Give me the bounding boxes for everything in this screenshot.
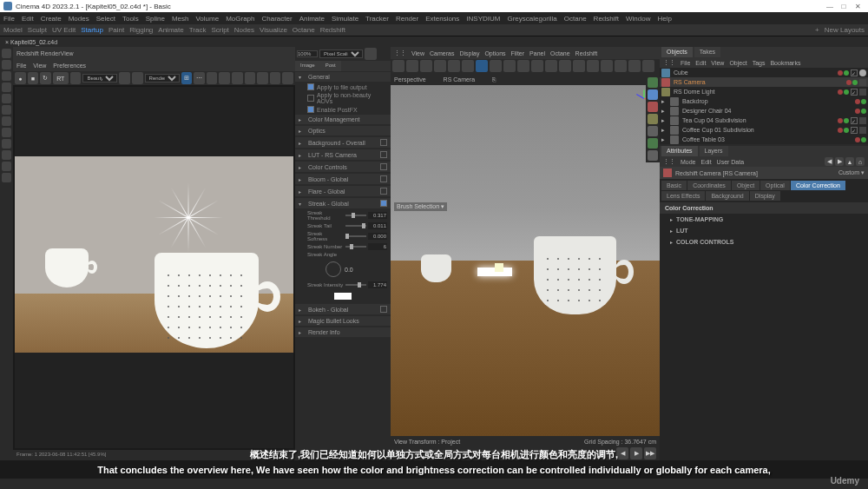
menu-modes[interactable]: Modes <box>69 15 89 23</box>
layout-model[interactable]: Model <box>3 26 23 34</box>
obj-menu-file[interactable]: File <box>681 60 690 66</box>
vp-menu-view[interactable]: View <box>411 50 424 56</box>
vp-menu-redshift[interactable]: Redshift <box>575 50 598 56</box>
layout-visualize[interactable]: Visualize <box>260 26 287 34</box>
streak-color-swatch[interactable] <box>334 293 352 300</box>
attr-tab-lens-effects[interactable]: Lens Effects <box>661 191 705 201</box>
vp-camera-icon[interactable]: ⎘ <box>492 76 496 83</box>
props-section-color-mgmt[interactable]: ▸Color Management <box>295 115 391 124</box>
props-tab-post[interactable]: Post <box>320 61 341 71</box>
vp-tool-11-icon[interactable] <box>531 60 543 72</box>
layout-nodes[interactable]: Nodes <box>234 26 254 34</box>
render-stop-icon[interactable]: ■ <box>28 72 39 84</box>
menu-spline[interactable]: Spline <box>146 15 165 23</box>
render-grid-icon[interactable]: ⊞ <box>181 72 193 84</box>
attr-nav-fwd-icon[interactable]: ▶ <box>835 157 844 166</box>
menu-mograph[interactable]: MoGraph <box>226 15 254 23</box>
obj-row-tea-cup[interactable]: ▸Tea Cup 04 Subdivision <box>660 116 868 125</box>
vp-grip-icon[interactable]: ⋮⋮ <box>394 50 406 56</box>
obj-menu-object[interactable]: Object <box>729 60 746 66</box>
menu-extensions[interactable]: Extensions <box>425 15 459 23</box>
rp-tab-objects[interactable]: Objects <box>661 47 693 57</box>
props-enable-postfx[interactable]: Enable PostFX <box>295 105 391 114</box>
viewport-tea-cup[interactable] <box>421 254 451 282</box>
render-menu-file[interactable]: File <box>16 63 26 69</box>
render-tool-9-icon[interactable] <box>270 72 281 84</box>
render-image[interactable] <box>15 87 293 448</box>
obj-row-cube[interactable]: Cube <box>660 68 868 77</box>
menu-redshift[interactable]: Redshift <box>594 15 619 23</box>
rp-tab-takes[interactable]: Takes <box>694 47 720 57</box>
vp-tool-5-icon[interactable] <box>448 60 460 72</box>
layout-sculpt[interactable]: Sculpt <box>28 26 47 34</box>
side-tool-icon[interactable] <box>648 138 658 149</box>
menu-octane[interactable]: Octane <box>564 15 587 23</box>
props-section-general[interactable]: ▾General <box>295 72 391 82</box>
side-null-icon[interactable] <box>648 126 658 136</box>
props-streak-tail[interactable]: Streak Tail0.011 <box>295 221 391 230</box>
streak-angle-dial[interactable] <box>326 261 341 277</box>
vp-tool-10-icon[interactable] <box>517 60 529 72</box>
close-button[interactable]: ✕ <box>851 3 865 10</box>
render-tool-6-icon[interactable] <box>232 72 243 84</box>
vp-menu-display[interactable]: Display <box>459 50 479 56</box>
layout-script[interactable]: Script <box>211 26 228 34</box>
props-apply-file-output[interactable]: Apply to file output <box>295 83 391 91</box>
props-section-bokeh[interactable]: ▸Bokeh - Global <box>295 304 391 314</box>
props-apply-non-beauty[interactable]: Apply to non-beauty AOVs <box>295 91 391 105</box>
vp-tool-15-icon[interactable] <box>587 60 599 72</box>
vp-menu-filter[interactable]: Filter <box>511 50 525 56</box>
vp-perspective-label[interactable]: Perspective <box>394 76 426 83</box>
menu-tools[interactable]: Tools <box>122 15 139 23</box>
vp-tool-4-icon[interactable] <box>434 60 446 72</box>
menu-select[interactable]: Select <box>96 15 115 23</box>
render-dots-icon[interactable]: ⋯ <box>194 72 205 84</box>
render-tool-3-icon[interactable] <box>132 72 143 84</box>
obj-row-dome-light[interactable]: RS Dome Light <box>660 87 868 96</box>
menu-animate[interactable]: Animate <box>299 15 325 23</box>
side-camera-icon[interactable] <box>648 102 658 112</box>
attr-menu-userdata[interactable]: User Data <box>717 159 745 165</box>
render-tool-4-icon[interactable] <box>207 72 218 84</box>
props-section-lut[interactable]: ▸LUT - RS Camera <box>295 149 391 160</box>
menu-create[interactable]: Create <box>41 15 62 23</box>
render-tool-8-icon[interactable] <box>257 72 268 84</box>
menu-edit[interactable]: Edit <box>22 15 34 23</box>
tool-b[interactable] <box>2 105 11 115</box>
render-refresh-icon[interactable]: ↻ <box>40 72 51 84</box>
attr-tone-mapping[interactable]: TONE-MAPPING <box>660 214 868 225</box>
vp-menu-options[interactable]: Options <box>484 50 505 56</box>
render-tool-icon[interactable] <box>70 72 82 84</box>
vp-tool-8-icon[interactable] <box>490 60 502 72</box>
layout-paint[interactable]: Paint <box>108 26 124 34</box>
attr-tab-background[interactable]: Background <box>706 191 748 201</box>
props-streak-threshold[interactable]: Streak Threshold0.317 <box>295 209 391 221</box>
vp-menu-cameras[interactable]: Cameras <box>430 50 454 56</box>
menu-tracker[interactable]: Tracker <box>365 15 389 23</box>
vp-tool-9-icon[interactable] <box>503 60 516 72</box>
props-section-magic-bullet[interactable]: ▸Magic Bullet Looks <box>295 316 391 326</box>
attr-lut[interactable]: LUT <box>660 225 868 236</box>
attr-grip-icon[interactable]: ⋮⋮ <box>663 158 675 165</box>
render-tool-5-icon[interactable] <box>219 72 230 84</box>
tool-h[interactable] <box>2 173 11 182</box>
attr-color-controls[interactable]: COLOR CONTROLS <box>660 236 868 248</box>
vp-tool-18-icon[interactable] <box>628 60 641 72</box>
props-streak-softness[interactable]: Streak Softness0.000 <box>295 230 391 242</box>
move-tool[interactable] <box>2 60 11 69</box>
scale-tool[interactable] <box>2 83 11 92</box>
layout-redshift[interactable]: Redshift <box>320 26 345 34</box>
attr-tab-basic[interactable]: Basic <box>661 181 687 190</box>
vp-tool-6-icon[interactable] <box>462 60 474 72</box>
attr-custom-dropdown[interactable]: Custom ▾ <box>838 169 865 176</box>
attr-tab-attributes[interactable]: Attributes <box>661 146 698 156</box>
vp-tool-1-icon[interactable] <box>392 60 404 72</box>
viewport-coffee-cup[interactable] <box>534 236 616 314</box>
attr-tab-layers[interactable]: Layers <box>700 146 728 156</box>
vp-tool-17-icon[interactable] <box>615 60 627 72</box>
viewport-3d-view[interactable]: Brush Selection ▾ <box>391 85 660 436</box>
menu-window[interactable]: Window <box>626 15 650 23</box>
layout-octane[interactable]: Octane <box>293 26 315 34</box>
props-streak-intensity[interactable]: Streak Intensity1.774 <box>295 281 391 289</box>
vp-tool-2-icon[interactable] <box>406 60 418 72</box>
